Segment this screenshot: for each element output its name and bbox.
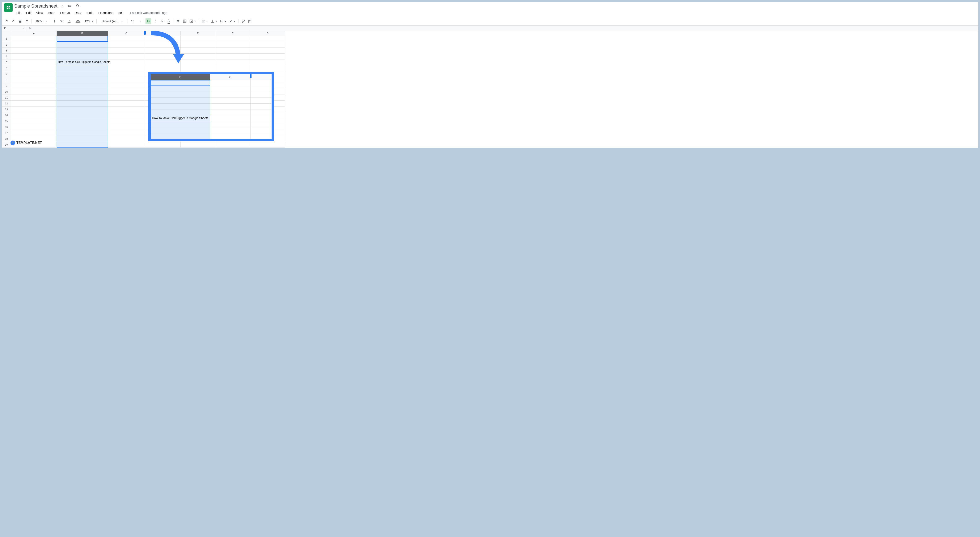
svg-rect-4 [9, 8, 10, 9]
wrap-dropdown[interactable]: ▼ [219, 18, 228, 24]
row-header[interactable]: 10 [2, 89, 11, 95]
row-header[interactable]: 7 [2, 71, 11, 77]
watermark-icon: T [11, 140, 15, 145]
column-headers: A B C D E F G [2, 31, 978, 36]
toolbar: 100%▼ $ % .0 .00 123▼ Default (Ari...▼ 1… [2, 17, 978, 25]
inset-preview: B C How To Make Cell Bigger in Google Sh… [148, 72, 274, 142]
edit-status[interactable]: Last edit was seconds ago [130, 11, 167, 14]
row-header[interactable]: 13 [2, 107, 11, 112]
font-size-dropdown[interactable]: 10▼ [129, 18, 142, 24]
sheets-logo[interactable] [4, 3, 13, 12]
menu-help[interactable]: Help [116, 10, 126, 15]
zoom-dropdown[interactable]: 100%▼ [33, 18, 48, 24]
h-align-dropdown[interactable]: ▼ [200, 18, 209, 24]
star-icon[interactable]: ☆ [60, 3, 65, 9]
row-header[interactable]: 16 [2, 124, 11, 130]
redo-icon[interactable] [11, 18, 16, 24]
menu-insert[interactable]: Insert [45, 10, 57, 15]
fx-icon: fx [27, 27, 33, 30]
separator [173, 19, 173, 23]
row-header[interactable]: 17 [2, 130, 11, 136]
row-header[interactable]: 15 [2, 118, 11, 124]
inset-col-c: C [210, 74, 251, 80]
increase-decimal-button[interactable]: .00 [73, 18, 82, 24]
comment-icon[interactable] [247, 18, 253, 24]
cell-b5[interactable]: How To Make Cell Bigger in Google Sheets [57, 59, 108, 65]
number-format-dropdown[interactable]: 123▼ [83, 18, 94, 24]
currency-button[interactable]: $ [52, 18, 57, 24]
italic-button[interactable]: I [152, 18, 158, 24]
rotate-dropdown[interactable]: ▼ [228, 18, 237, 24]
svg-rect-3 [7, 8, 8, 9]
title-area: Sample Spreadsheet ☆ File Edit View Inse… [14, 3, 976, 15]
col-header-a[interactable]: A [11, 31, 57, 36]
row-header[interactable]: 11 [2, 95, 11, 100]
row-header[interactable]: 9 [2, 83, 11, 89]
name-box-row: :B▼ fx [2, 25, 978, 31]
menu-tools[interactable]: Tools [84, 10, 95, 15]
row-header[interactable]: 1 [2, 36, 11, 42]
col-header-e[interactable]: E [181, 31, 215, 36]
inset-cell-text: How To Make Cell Bigger in Google Sheets [151, 115, 210, 121]
menu-format[interactable]: Format [58, 10, 72, 15]
row-header[interactable]: 5 [2, 59, 11, 65]
menu-data[interactable]: Data [72, 10, 83, 15]
row-header[interactable]: 18 [2, 136, 11, 142]
col-header-g[interactable]: G [250, 31, 285, 36]
watermark-text: TEMPLATE.NET [16, 141, 42, 145]
title-row: Sample Spreadsheet ☆ [14, 3, 976, 9]
menu-file[interactable]: File [14, 10, 24, 15]
separator [127, 19, 127, 23]
row-header[interactable]: 3 [2, 48, 11, 54]
row-header[interactable]: 14 [2, 112, 11, 118]
menu-view[interactable]: View [34, 10, 45, 15]
borders-icon[interactable] [182, 18, 188, 24]
inset-col-blank [251, 74, 272, 80]
undo-icon[interactable] [4, 18, 10, 24]
separator [199, 19, 199, 23]
text-color-button[interactable]: A [165, 18, 172, 24]
watermark: T TEMPLATE.NET [11, 140, 42, 145]
row-headers: 1 2 3 4 5 6 7 8 9 10 11 12 13 14 15 16 1… [2, 36, 11, 148]
separator [238, 19, 239, 23]
name-box[interactable]: :B▼ [2, 25, 27, 31]
link-icon[interactable] [240, 18, 246, 24]
menu-extensions[interactable]: Extensions [96, 10, 115, 15]
cloud-icon[interactable] [75, 3, 80, 9]
v-align-dropdown[interactable]: ▼ [210, 18, 218, 24]
menu-bar: File Edit View Insert Format Data Tools … [14, 10, 976, 15]
row-header[interactable]: 8 [2, 77, 11, 83]
bold-button[interactable]: B [145, 18, 151, 24]
separator [96, 19, 97, 23]
doc-title[interactable]: Sample Spreadsheet [14, 3, 57, 9]
fill-color-icon[interactable] [175, 18, 181, 24]
col-header-b[interactable]: B [57, 31, 108, 36]
percent-button[interactable]: % [58, 18, 65, 24]
svg-rect-1 [7, 6, 8, 7]
print-icon[interactable] [17, 18, 23, 24]
row-header[interactable]: 19 [2, 142, 11, 148]
row-header[interactable]: 4 [2, 54, 11, 59]
inset-resize-handle [250, 74, 251, 78]
sheets-icon [6, 5, 11, 10]
row-header[interactable]: 6 [2, 65, 11, 71]
strikethrough-button[interactable]: S [159, 18, 165, 24]
row-header[interactable]: 2 [2, 42, 11, 48]
header: Sample Spreadsheet ☆ File Edit View Inse… [2, 2, 978, 15]
paint-format-icon[interactable] [24, 18, 30, 24]
merge-dropdown[interactable]: ▼ [189, 18, 197, 24]
font-dropdown[interactable]: Default (Ari...▼ [98, 18, 126, 24]
decrease-decimal-button[interactable]: .0 [66, 18, 73, 24]
move-icon[interactable] [67, 3, 72, 9]
menu-edit[interactable]: Edit [24, 10, 33, 15]
col-header-c[interactable]: C [108, 31, 145, 36]
inset-col-b: B [151, 74, 210, 80]
col-header-f[interactable]: F [215, 31, 250, 36]
app-window: Sample Spreadsheet ☆ File Edit View Inse… [2, 2, 978, 148]
col-header-d[interactable]: D [145, 31, 181, 36]
separator [143, 19, 144, 23]
select-all-cell[interactable] [2, 31, 11, 36]
grid-body: 1 2 3 4 5 6 7 8 9 10 11 12 13 14 15 16 1… [2, 36, 978, 148]
svg-rect-2 [9, 6, 10, 7]
cells[interactable]: How To Make Cell Bigger in Google Sheets [11, 36, 978, 148]
